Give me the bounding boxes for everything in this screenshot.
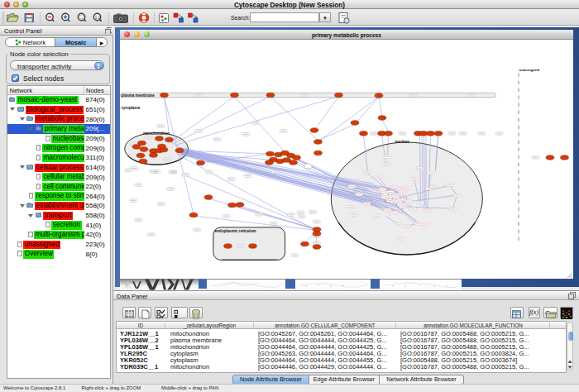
svg-text:endoplasmic reticulum: endoplasmic reticulum (215, 229, 256, 233)
svg-text:nucleus: nucleus (395, 140, 410, 144)
svg-text:unassigned: unassigned (519, 68, 540, 72)
svg-text:cytoplasm: cytoplasm (122, 106, 141, 110)
svg-text:1:1: 1:1 (95, 16, 101, 20)
svg-text:plasma membrane: plasma membrane (122, 93, 156, 98)
svg-text:mitochondrion: mitochondrion (143, 131, 170, 136)
